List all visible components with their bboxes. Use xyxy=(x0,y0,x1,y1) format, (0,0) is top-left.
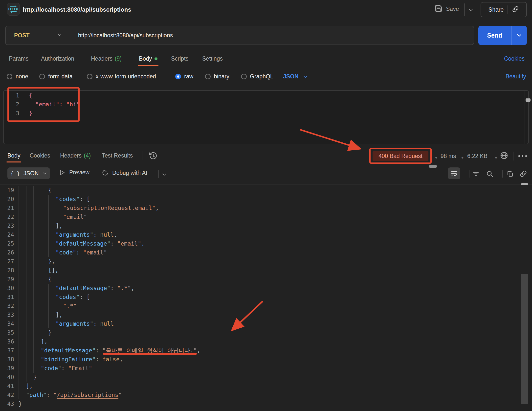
response-tab-cookies[interactable]: Cookies xyxy=(30,152,50,159)
braces-icon: { } xyxy=(10,170,20,177)
response-code-line: 23], xyxy=(0,221,520,230)
tab-scripts[interactable]: Scripts xyxy=(171,55,188,62)
response-code-line: 43} xyxy=(0,399,520,408)
response-more-options-icon[interactable] xyxy=(518,154,528,159)
response-code-line: 35} xyxy=(0,328,520,337)
response-code-line: 32".*" xyxy=(0,301,520,310)
tab-settings[interactable]: Settings xyxy=(202,55,223,62)
ai-sparkle-icon xyxy=(101,169,109,177)
tab-body[interactable]: Body xyxy=(139,55,157,62)
preview-button[interactable]: Preview xyxy=(59,169,89,176)
tab-params[interactable]: Params xyxy=(9,55,28,62)
beautify-link[interactable]: Beautify xyxy=(506,73,526,80)
body-language-label: JSON xyxy=(283,73,299,80)
body-mode-form-data[interactable]: form-data xyxy=(39,73,72,80)
cookies-link[interactable]: Cookies xyxy=(504,55,525,62)
debug-label: Debug with AI xyxy=(112,170,147,176)
unsaved-dot-icon xyxy=(155,57,157,60)
response-time: 98 ms xyxy=(441,153,456,160)
word-wrap-button[interactable] xyxy=(448,167,460,179)
send-options-chevron-icon[interactable] xyxy=(511,32,527,38)
response-code-line: 26"code": "email" xyxy=(0,248,520,257)
response-code-line: 39"code": "Email" xyxy=(0,364,520,373)
response-code-line: 29{ xyxy=(0,275,520,284)
divider xyxy=(158,170,159,178)
divider xyxy=(508,5,508,14)
divider xyxy=(0,184,532,184)
dot-separator: • xyxy=(495,154,497,161)
divider xyxy=(513,152,513,160)
send-button[interactable]: Send xyxy=(478,26,527,45)
request-editor-scrollbar[interactable] xyxy=(526,98,531,102)
link-icon[interactable] xyxy=(520,170,527,179)
response-tab-headers[interactable]: Headers(4) xyxy=(60,152,91,159)
response-code-line: 27}, xyxy=(0,257,520,266)
radio-icon xyxy=(175,74,181,79)
divider xyxy=(469,170,469,178)
share-button[interactable]: Share xyxy=(481,2,527,17)
dot-separator: • xyxy=(435,154,437,161)
body-mode-graphql[interactable]: GraphQL xyxy=(241,73,273,80)
filter-icon[interactable] xyxy=(472,170,480,179)
radio-icon xyxy=(205,74,211,79)
divider xyxy=(525,91,525,144)
response-code-line: 37"defaultMessage": "올바른 이메일 형식이 아닙니다.", xyxy=(0,346,520,355)
response-history-icon[interactable] xyxy=(149,151,158,161)
annotation-rect-request-body xyxy=(7,87,80,122)
body-mode-x-www-form-urlencoded[interactable]: x-www-form-urlencoded xyxy=(87,73,156,80)
tab-authorization[interactable]: Authorization xyxy=(41,55,74,62)
method-chevron-icon[interactable] xyxy=(57,32,62,39)
response-code-line: 34"arguments": null xyxy=(0,319,520,328)
response-code-line: 40} xyxy=(0,373,520,382)
save-icon[interactable] xyxy=(435,4,443,13)
search-icon[interactable] xyxy=(486,170,493,179)
radio-icon xyxy=(39,74,45,79)
share-label: Share xyxy=(488,6,504,13)
language-chevron-icon xyxy=(303,74,308,79)
app-window: HTTP http://localhost:8080/api/subscript… xyxy=(0,0,532,411)
response-code-line: 36], xyxy=(0,337,520,346)
radio-icon xyxy=(7,74,12,79)
http-logo-text: HTTP xyxy=(8,7,18,11)
save-options-chevron-icon[interactable] xyxy=(468,7,474,14)
response-code-line: 41], xyxy=(0,382,520,390)
radio-icon xyxy=(241,74,247,79)
radio-icon xyxy=(87,74,92,79)
share-link-icon[interactable] xyxy=(512,6,519,14)
response-code-line: 30"defaultMessage": ".*", xyxy=(0,284,520,293)
body-language-select[interactable]: JSON xyxy=(283,73,308,80)
debug-options-chevron-icon[interactable] xyxy=(162,172,167,178)
url-input[interactable]: http://localhost:8080/api/subscriptions xyxy=(78,32,173,39)
response-size: 6.22 KB xyxy=(467,153,488,160)
divider xyxy=(142,151,142,160)
response-tab-body[interactable]: Body xyxy=(7,152,20,159)
body-mode-binary[interactable]: binary xyxy=(205,73,229,80)
request-title: http://localhost:8080/api/subscriptions xyxy=(23,6,131,13)
response-code-line: 42"path": "/api/subscriptions" xyxy=(0,390,520,399)
response-code-line: 20"codes": [ xyxy=(0,195,520,204)
response-code-line: 28[], xyxy=(0,266,520,275)
body-mode-none[interactable]: none xyxy=(7,73,28,80)
dot-separator: • xyxy=(461,154,464,161)
word-wrap-icon xyxy=(451,170,458,177)
response-code-line: 21"subscriptionRequest.email", xyxy=(0,204,520,212)
method-select[interactable]: POST xyxy=(14,32,30,39)
response-code-line: 33], xyxy=(0,310,520,319)
body-mode-raw[interactable]: raw xyxy=(175,73,193,80)
annotation-rect-status xyxy=(369,148,432,164)
copy-icon[interactable] xyxy=(506,170,514,179)
pane-resize-handle[interactable] xyxy=(429,165,437,168)
debug-with-ai-button[interactable]: Debug with AI xyxy=(101,169,147,177)
divider xyxy=(71,30,71,41)
network-globe-icon[interactable] xyxy=(500,151,508,161)
response-tab-test-results[interactable]: Test Results xyxy=(102,152,133,159)
save-button[interactable]: Save xyxy=(446,6,459,12)
preview-label: Preview xyxy=(69,169,89,176)
response-scroll-indicator[interactable] xyxy=(521,183,528,185)
response-format-select[interactable]: { } JSON xyxy=(7,167,50,179)
play-icon xyxy=(59,169,65,176)
tab-headers[interactable]: Headers(9) xyxy=(91,55,122,62)
response-scrollbar[interactable] xyxy=(521,274,528,404)
response-code-line: 38"bindingFailure": false, xyxy=(0,355,520,364)
response-code-line: 31"codes": [ xyxy=(0,293,520,301)
